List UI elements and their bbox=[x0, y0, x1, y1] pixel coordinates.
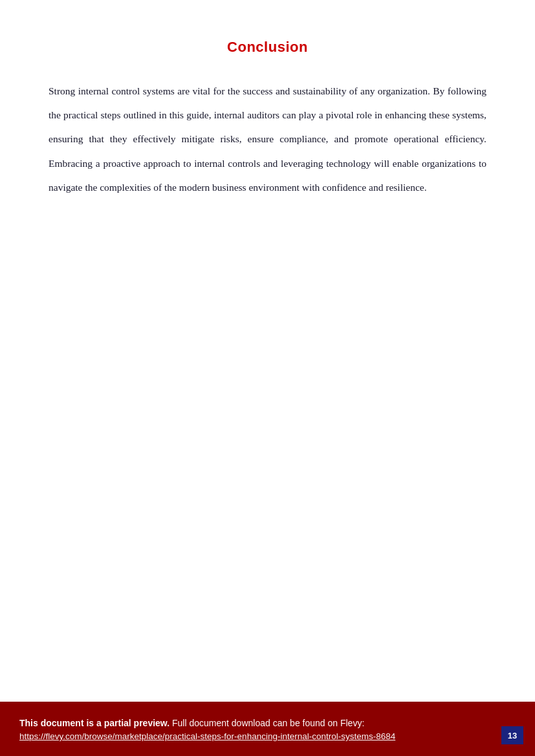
content-area: Conclusion Strong internal control syste… bbox=[0, 0, 535, 702]
section-title: Conclusion bbox=[49, 39, 486, 56]
body-paragraph: Strong internal control systems are vita… bbox=[49, 79, 486, 199]
footer-preview-text: This document is a partial preview. Full… bbox=[19, 716, 516, 730]
page-number: 13 bbox=[501, 726, 523, 744]
footer-link[interactable]: https://flevy.com/browse/marketplace/pra… bbox=[19, 731, 395, 741]
footer-preview-body: Full document download can be found on F… bbox=[169, 718, 364, 728]
spacer bbox=[49, 199, 486, 238]
footer-banner: This document is a partial preview. Full… bbox=[0, 702, 535, 756]
page: Conclusion Strong internal control syste… bbox=[0, 0, 535, 756]
footer-bold-label: This document is a partial preview. bbox=[19, 718, 169, 728]
